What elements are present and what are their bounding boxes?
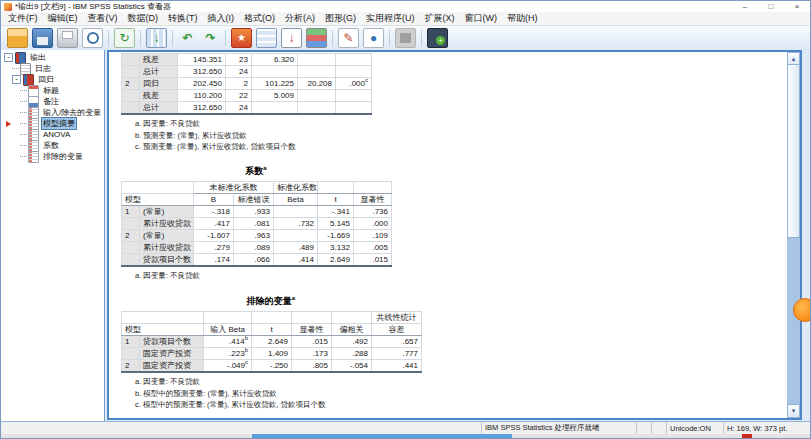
sum-of-squares-cell: 202.450 — [178, 78, 226, 90]
redo-icon[interactable]: ↷ — [201, 29, 220, 47]
t-cell: 3.132 — [318, 241, 354, 253]
predictor-cell: 累计应收贷款 — [140, 217, 194, 229]
anova-model-cell — [122, 102, 140, 115]
menu-edit[interactable]: 编辑(E) — [43, 12, 83, 25]
anova-model-cell: 2 — [122, 78, 140, 90]
tree-connector — [20, 145, 27, 146]
df-cell: 24 — [226, 66, 252, 78]
tolerance-cell: .657 — [372, 336, 422, 348]
variables-icon[interactable]: ↓ — [281, 28, 302, 48]
goto-data-icon-glyph: ↓ — [154, 32, 160, 44]
standardized-header: 标准化系数 — [274, 181, 318, 193]
outline-item-title[interactable]: 标题 — [1, 85, 104, 96]
menu-utilities[interactable]: 实用程序(U) — [361, 12, 420, 25]
b-cell: -.318 — [194, 205, 234, 217]
coefficients-row-0: 1(常量)-.318.933-.341.736 — [122, 205, 392, 217]
window-controls: – □ × — [732, 1, 810, 12]
outline-item-model-summary[interactable]: 模型摘要 — [1, 118, 104, 129]
anova-row-2: 2回归202.4502101.22520.208.000c — [122, 78, 372, 90]
std-error-cell: .081 — [234, 217, 274, 229]
anova-label-cell: 总计 — [140, 66, 178, 78]
menu-insert[interactable]: 插入(I) — [203, 12, 240, 25]
goto-variable-icon[interactable] — [256, 28, 277, 48]
mean-square-cell — [252, 66, 298, 78]
toolbar-separator-6 — [140, 30, 141, 46]
tolerance-cell: .441 — [372, 360, 422, 373]
print-icon[interactable] — [57, 28, 78, 48]
mean-square-cell — [252, 102, 298, 115]
titlebar[interactable]: *输出9 [文档9] - IBM SPSS Statistics 查看器 – □… — [1, 1, 810, 12]
variable-cell: 固定资产投资 — [140, 348, 204, 360]
menu-graphs[interactable]: 图形(G) — [320, 12, 361, 25]
open-icon[interactable] — [7, 28, 28, 48]
expand-toggle-regression[interactable]: - — [12, 75, 21, 84]
menu-window[interactable]: 窗口(W) — [460, 12, 503, 25]
partial-correlation-cell: .288 — [332, 348, 372, 360]
outline-item-notes[interactable]: 备注 — [1, 96, 104, 107]
close-button[interactable]: × — [784, 1, 810, 12]
sum-of-squares-cell: 110.200 — [178, 90, 226, 102]
menu-transform[interactable]: 转换(T) — [163, 12, 203, 25]
minimize-button[interactable]: – — [732, 1, 758, 12]
coefficients-block: 系数a未标准化系数标准化系数模型B标准错误Betat显著性1(常量)-.318.… — [121, 165, 785, 282]
outline-item-coefficients[interactable]: 系数 — [1, 140, 104, 151]
anova-icon — [28, 129, 39, 141]
toolbar-separator-16 — [332, 30, 333, 46]
b-cell: .174 — [194, 253, 234, 266]
print-preview-icon[interactable] — [82, 28, 103, 48]
outline-item-regression[interactable]: -回归 — [1, 74, 104, 85]
outline-item-output[interactable]: -输出 — [1, 52, 104, 63]
df-cell: 22 — [226, 90, 252, 102]
scrollbar-thumb[interactable] — [787, 64, 800, 238]
model-cell — [122, 217, 140, 229]
menu-data[interactable]: 数据(D) — [123, 12, 164, 25]
edit-output-icon[interactable]: ✎ — [338, 28, 359, 48]
taskbar-item-blue[interactable] — [252, 434, 512, 439]
beta-in-cell: .414b — [204, 336, 252, 348]
goto-case-icon[interactable]: ★ — [231, 28, 252, 48]
goto-data-icon[interactable]: ↓ — [146, 28, 167, 48]
outline-label-excluded-variables: 排除的变量 — [41, 151, 85, 162]
menu-file[interactable]: 文件(F) — [3, 12, 43, 25]
designate-window-icon[interactable] — [427, 28, 448, 48]
undo-icon[interactable]: ↶ — [178, 29, 197, 47]
outline-pane[interactable]: -输出日志-回归标题备注输入/除去的变量模型摘要ANOVA系数排除的变量 — [1, 50, 105, 422]
taskbar-item-red[interactable] — [742, 434, 752, 439]
t-cell: -.341 — [318, 205, 354, 217]
save-icon[interactable] — [32, 28, 53, 48]
sig-cell: .000c — [336, 78, 372, 90]
use-variable-sets-icon[interactable] — [306, 28, 327, 48]
current-item-marker — [6, 121, 11, 127]
anova-footnotes: a. 因变量: 不良贷款b. 预测变量: (常量), 累计应收贷款c. 预测变量… — [135, 118, 785, 153]
f-cell — [298, 102, 336, 115]
scroll-down-icon[interactable]: ▼ — [787, 404, 800, 418]
menu-extensions[interactable]: 扩展(X) — [420, 12, 460, 25]
menu-analyze[interactable]: 分析(A) — [280, 12, 320, 25]
outline-item-log[interactable]: 日志 — [1, 63, 104, 74]
vertical-scrollbar[interactable]: ▲ ▼ — [787, 52, 800, 418]
maximize-button[interactable]: □ — [758, 1, 784, 12]
predictor-cell: (常量) — [140, 205, 194, 217]
coefficients-row-1: 累计应收贷款.417.081.7325.145.000 — [122, 217, 392, 229]
menubar: 文件(F)编辑(E)查看(V)数据(D)转换(T)插入(I)格式(O)分析(A)… — [1, 12, 810, 26]
outline-label-regression: 回归 — [36, 74, 56, 85]
menu-format[interactable]: 格式(O) — [239, 12, 280, 25]
std-error-cell: .066 — [234, 253, 274, 266]
outline-item-anova[interactable]: ANOVA — [1, 129, 104, 140]
menu-view[interactable]: 查看(V) — [83, 12, 123, 25]
dialog-recall-icon[interactable]: ↻ — [114, 28, 135, 48]
std-error-header: 标准错误 — [234, 193, 274, 205]
window-inactive-icon[interactable] — [395, 28, 416, 48]
outline-item-excluded-variables[interactable]: 排除的变量 — [1, 151, 104, 162]
content-pane[interactable]: 残差145.351236.320总计312.650242回归202.450210… — [107, 50, 802, 420]
menu-help[interactable]: 帮助(H) — [502, 12, 543, 25]
expand-toggle-output[interactable]: - — [4, 53, 13, 62]
coefficients-title-sup: a — [263, 165, 266, 171]
model-header: 模型 — [122, 193, 194, 205]
tree-connector — [20, 90, 27, 91]
partial-correlation-cell: .492 — [332, 336, 372, 348]
excluded-row-1: 固定资产投资.223b1.409.173.288.777 — [122, 348, 422, 360]
t-cell: 1.409 — [252, 348, 292, 360]
outline-label-coefficients: 系数 — [41, 140, 61, 151]
export-icon[interactable]: ● — [363, 28, 384, 48]
